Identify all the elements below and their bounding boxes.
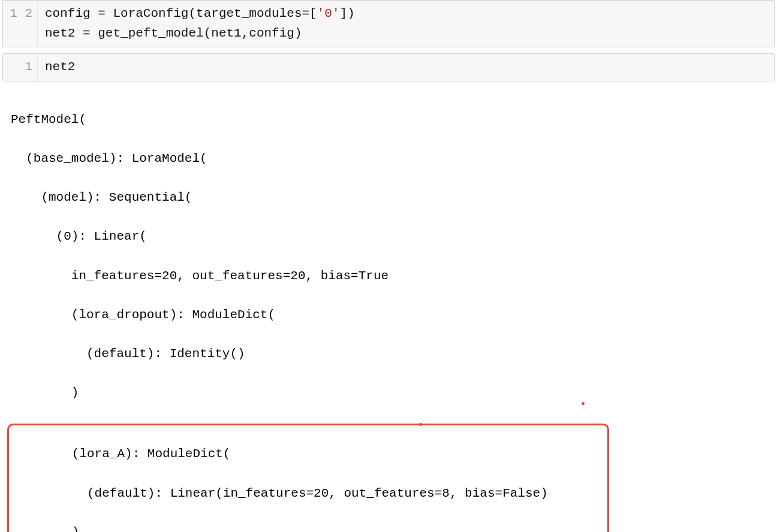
code-token (91, 26, 98, 40)
output-line: ) (11, 383, 773, 403)
code-token: net2 (45, 26, 83, 40)
output-line: ) (11, 523, 603, 532)
code-cell-1: 1 2 config = LoraConfig(target_modules=[… (0, 0, 777, 47)
line-number: 1 (10, 7, 17, 20)
code-string: '0' (317, 7, 340, 20)
code-cell-2: 1 net2 (0, 53, 777, 81)
output-line: (lora_dropout): ModuleDict( (11, 306, 773, 325)
output-line: in_features=20, out_features=20, bias=Tr… (11, 267, 773, 286)
code-token: LoraConfig (113, 7, 188, 20)
annotation-dot-icon (582, 402, 585, 405)
code-token: net2 (45, 60, 75, 74)
output-line: PeftModel( (11, 110, 773, 130)
output-line: (base_model): LoraModel( (11, 149, 773, 169)
code-token: (target_modules (188, 7, 302, 20)
output-line: (0): Linear( (11, 227, 773, 247)
code-token: (net1,config) (204, 26, 302, 40)
highlight-lora-a: (lora_A): ModuleDict( (default): Linear(… (7, 424, 609, 532)
line-number: 2 (25, 7, 32, 20)
code-token: [ (309, 7, 317, 20)
code-token: = (98, 7, 106, 20)
code-token (106, 7, 113, 20)
line-number: 1 (25, 60, 32, 74)
code-token: = (83, 26, 91, 40)
code-area[interactable]: config = LoraConfig(target_modules=['0']… (38, 1, 774, 47)
output-line: (default): Linear(in_features=20, out_fe… (11, 484, 603, 504)
line-gutter: 1 2 (3, 1, 38, 47)
output-line: (lora_A): ModuleDict( (11, 445, 603, 464)
output-area: PeftModel( (base_model): LoraModel( (mod… (0, 87, 777, 532)
code-token: = (302, 7, 310, 20)
code-area[interactable]: net2 (38, 54, 774, 81)
code-token: config (45, 7, 98, 20)
output-line: (model): Sequential( (11, 188, 773, 208)
code-token: get_peft_model (98, 26, 203, 40)
input-cell[interactable]: 1 2 config = LoraConfig(target_modules=[… (2, 0, 775, 47)
code-token: ]) (340, 7, 355, 20)
line-gutter: 1 (3, 54, 38, 81)
annotation-dot-icon (419, 423, 422, 426)
input-cell[interactable]: 1 net2 (2, 53, 775, 81)
output-line: (default): Identity() (11, 344, 773, 364)
